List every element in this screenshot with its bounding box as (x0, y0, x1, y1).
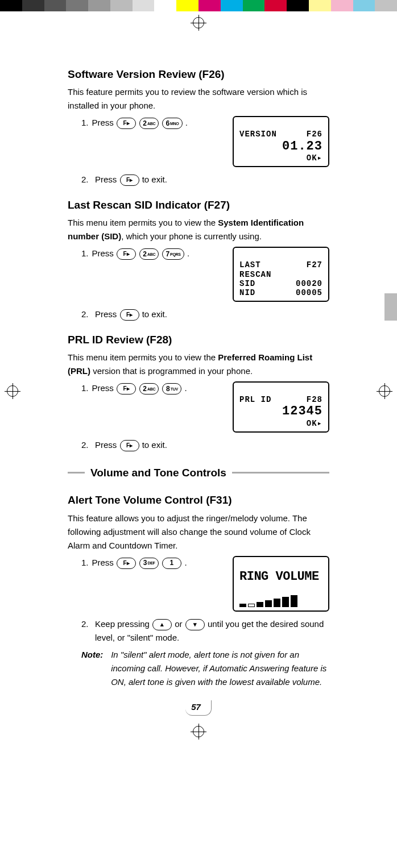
key-1-icon: 1 (162, 558, 181, 569)
step-number: 2. (81, 173, 92, 186)
lcd-screen-f26: VERSIONF2601.23OK▸ (233, 116, 329, 167)
lcd-screen-f31: RING VOLUME (233, 556, 329, 612)
heading-f26: Software Version Review (F26) (68, 66, 329, 83)
desc-f31: This feature allows you to adjust the ri… (68, 512, 329, 553)
key-6-icon: 6MNO (162, 118, 182, 129)
step-text: Press 2ABC 8TUV . (92, 381, 187, 395)
color-calibration-strip (0, 0, 397, 11)
key-7-icon: 7PQRS (162, 248, 184, 260)
step-number: 1. (81, 381, 89, 395)
step-number: 2. (81, 308, 92, 321)
key-f-icon (117, 248, 136, 260)
volume-bar-icon (239, 586, 299, 607)
note: Note: In "silent" alert mode, alert tone… (68, 648, 329, 689)
heading-f27: Last Rescan SID Indicator (F27) (68, 197, 329, 214)
page-number: 57 (68, 700, 329, 716)
step-text: Keep pressing or until you get the desir… (95, 617, 329, 645)
key-down-icon (185, 619, 205, 630)
step-number: 2. (81, 617, 92, 631)
desc-f28: This menu item permits you to view the P… (68, 351, 329, 378)
registration-mark-right (377, 383, 392, 399)
heading-f31: Alert Tone Volume Control (F31) (68, 492, 329, 509)
lcd-screen-f28: PRL IDF2812345OK▸ (233, 381, 329, 433)
page-frame: Software Version Review (F26) This featu… (0, 66, 397, 716)
step-text: Press 2ABC 7PQRS . (92, 247, 190, 260)
key-8-icon: 8TUV (162, 383, 181, 394)
key-f-icon (117, 558, 136, 569)
step-text: Press 3DEF 1 . (92, 556, 187, 570)
registration-mark-left (5, 383, 20, 399)
step-number: 2. (81, 438, 92, 452)
key-3-icon: 3DEF (139, 558, 159, 569)
lcd-screen-f27: LASTF27RESCAN SID00020NID00005 (233, 247, 329, 301)
key-2-icon: 2ABC (139, 118, 159, 129)
registration-mark-top (0, 11, 397, 56)
step-text: Press 2ABC 6MNO . (92, 116, 188, 130)
heading-f28: PRL ID Review (F28) (68, 331, 329, 348)
registration-mark-bottom (0, 718, 397, 747)
key-2-icon: 2ABC (139, 248, 159, 260)
step-text: Press to exit. (95, 438, 329, 452)
step-text: Press to exit. (95, 308, 329, 321)
step-text: Press to exit. (95, 173, 329, 186)
key-f-icon (120, 309, 139, 321)
thumb-tab (384, 293, 397, 321)
section-banner: Volume and Tone Controls (68, 464, 329, 481)
step-number: 1. (81, 116, 89, 130)
step-number: 1. (81, 247, 89, 260)
key-f-icon (120, 440, 139, 451)
key-f-icon (120, 175, 139, 186)
key-2-icon: 2ABC (139, 383, 159, 394)
desc-f27: This menu item permits you to view the S… (68, 216, 329, 243)
key-f-icon (117, 383, 136, 394)
desc-f26: This feature permits you to review the s… (68, 85, 329, 113)
key-f-icon (117, 118, 136, 129)
step-number: 1. (81, 556, 89, 570)
key-up-icon (152, 619, 172, 630)
